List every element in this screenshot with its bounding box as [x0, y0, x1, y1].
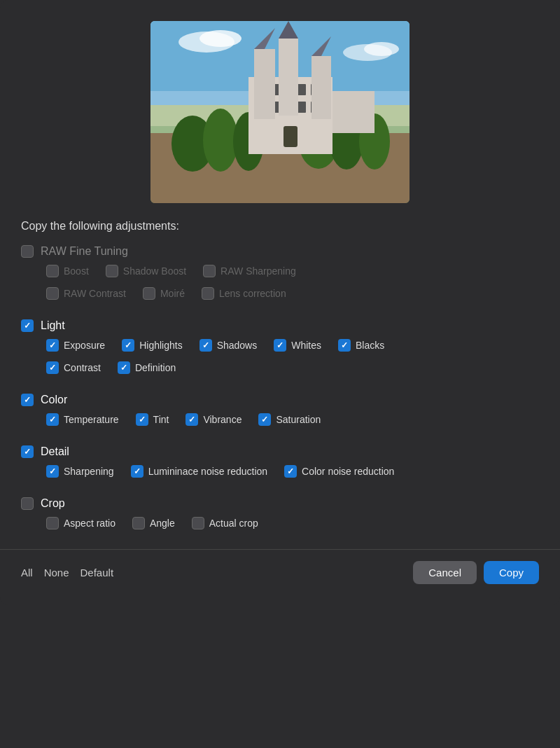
checkbox-exposure[interactable] — [46, 339, 59, 352]
image-container — [0, 0, 560, 220]
group-crop-header: Crop — [21, 497, 539, 510]
checkbox-color-noise[interactable] — [284, 465, 297, 478]
svg-rect-22 — [254, 49, 275, 119]
checkbox-highlights[interactable] — [122, 339, 134, 352]
checkbox-shadow-boost[interactable] — [106, 265, 118, 277]
checkbox-lens-correction[interactable] — [202, 287, 214, 300]
label-raw-contrast: RAW Contrast — [64, 288, 126, 299]
label-color-noise: Color noise reduction — [302, 466, 394, 477]
checkbox-blacks[interactable] — [338, 339, 351, 352]
checkbox-angle[interactable] — [132, 517, 145, 529]
group-color: Color Temperature Tint Vibrance — [21, 394, 539, 430]
light-row-2: Contrast Definition — [46, 361, 192, 374]
sub-item-raw-sharpening: RAW Sharpening — [203, 265, 296, 277]
checkbox-contrast[interactable] — [46, 361, 59, 374]
label-definition: Definition — [135, 362, 176, 373]
checkbox-sharpening[interactable] — [46, 465, 59, 478]
sub-item-color-noise: Color noise reduction — [284, 465, 394, 478]
checkbox-detail[interactable] — [21, 445, 34, 458]
svg-rect-20 — [298, 102, 306, 113]
sub-item-shadows: Shadows — [200, 339, 258, 352]
label-boost: Boost — [64, 265, 89, 277]
copy-button[interactable]: Copy — [484, 561, 539, 584]
sub-item-temperature: Temperature — [46, 413, 119, 426]
light-subitems: Exposure Highlights Shadows Whites — [21, 339, 539, 378]
sub-item-tint: Tint — [136, 413, 169, 426]
detail-row-2: Lumininace noise reduction Color noise r… — [131, 465, 412, 478]
checkbox-color[interactable] — [21, 394, 34, 406]
crop-subitems: Aspect ratio Angle Actual crop — [21, 517, 539, 534]
checkbox-saturation[interactable] — [258, 413, 271, 426]
group-light: Light Exposure Highlights Shadows — [21, 319, 539, 378]
checkbox-actual-crop[interactable] — [192, 517, 204, 529]
color-subitems: Temperature Tint Vibrance Saturation — [21, 413, 539, 430]
label-contrast: Contrast — [64, 362, 101, 373]
footer-links: All None Default — [21, 567, 413, 579]
footer: All None Default Cancel Copy — [0, 549, 560, 584]
checkbox-light[interactable] — [21, 319, 34, 332]
label-exposure: Exposure — [64, 340, 105, 351]
checkbox-shadows[interactable] — [200, 339, 212, 352]
group-detail: Detail Sharpening Lumininace noise reduc… — [21, 445, 539, 482]
label-luminance-noise: Lumininace noise reduction — [148, 466, 267, 477]
raw-fine-tuning-subitems: Boost Shadow Boost RAW Sharpening RAW Co… — [21, 265, 539, 304]
preview-image — [150, 21, 410, 203]
sub-item-highlights: Highlights — [122, 339, 182, 352]
group-light-header: Light — [21, 319, 539, 332]
checkbox-raw-sharpening[interactable] — [203, 265, 216, 277]
label-tint: Tint — [153, 414, 169, 425]
sub-item-raw-contrast: RAW Contrast — [46, 287, 126, 300]
cancel-button[interactable]: Cancel — [413, 561, 477, 584]
dialog: Copy the following adjustments: RAW Fine… — [0, 0, 560, 605]
footer-buttons: Cancel Copy — [413, 561, 539, 584]
label-lens-correction: Lens correction — [219, 288, 286, 299]
checkbox-whites[interactable] — [274, 339, 286, 352]
label-vibrance: Vibrance — [203, 414, 241, 425]
sub-item-blacks: Blacks — [338, 339, 384, 352]
sub-item-exposure: Exposure — [46, 339, 105, 352]
detail-row-1: Sharpening — [46, 465, 131, 478]
checkbox-tint[interactable] — [136, 413, 148, 426]
label-raw-sharpening: RAW Sharpening — [220, 265, 296, 277]
checkbox-boost[interactable] — [46, 265, 59, 277]
group-raw-fine-tuning: RAW Fine Tuning Boost Shadow Boost RAW S… — [21, 245, 539, 304]
group-crop: Crop Aspect ratio Angle Actual crop — [21, 497, 539, 534]
checkbox-raw-contrast[interactable] — [46, 287, 59, 300]
checkbox-crop[interactable] — [21, 497, 34, 510]
group-color-label: Color — [41, 394, 67, 406]
sub-item-boost: Boost — [46, 265, 89, 277]
group-raw-fine-tuning-header: RAW Fine Tuning — [21, 245, 539, 258]
checkbox-raw-fine-tuning[interactable] — [21, 245, 34, 258]
group-detail-header: Detail — [21, 445, 539, 458]
sub-item-angle: Angle — [132, 517, 175, 529]
none-button[interactable]: None — [44, 567, 69, 579]
checkbox-luminance-noise[interactable] — [131, 465, 144, 478]
svg-rect-28 — [332, 91, 374, 133]
label-shadow-boost: Shadow Boost — [123, 265, 186, 277]
section-label: Copy the following adjustments: — [0, 220, 560, 245]
all-button[interactable]: All — [21, 567, 33, 579]
checkbox-aspect-ratio[interactable] — [46, 517, 59, 529]
checkbox-moire[interactable] — [143, 287, 155, 300]
group-color-header: Color — [21, 394, 539, 406]
sub-item-actual-crop: Actual crop — [192, 517, 258, 529]
checkbox-temperature[interactable] — [46, 413, 59, 426]
light-row-1: Exposure Highlights Shadows Whites — [46, 339, 401, 352]
group-detail-label: Detail — [41, 445, 69, 458]
sub-item-lens-correction: Lens correction — [202, 287, 286, 300]
label-aspect-ratio: Aspect ratio — [64, 518, 115, 529]
sub-item-moire: Moiré — [143, 287, 185, 300]
color-row-1: Temperature Tint Vibrance Saturation — [46, 413, 337, 426]
sub-item-vibrance: Vibrance — [186, 413, 241, 426]
svg-rect-15 — [298, 84, 306, 95]
group-crop-label: Crop — [41, 497, 65, 510]
default-button[interactable]: Default — [80, 567, 114, 579]
checkbox-vibrance[interactable] — [186, 413, 198, 426]
sub-item-contrast: Contrast — [46, 361, 101, 374]
svg-rect-23 — [312, 56, 331, 119]
label-sharpening: Sharpening — [64, 466, 114, 477]
checkbox-definition[interactable] — [118, 361, 130, 374]
svg-point-6 — [203, 109, 238, 172]
sub-item-aspect-ratio: Aspect ratio — [46, 517, 115, 529]
svg-rect-29 — [284, 126, 298, 147]
